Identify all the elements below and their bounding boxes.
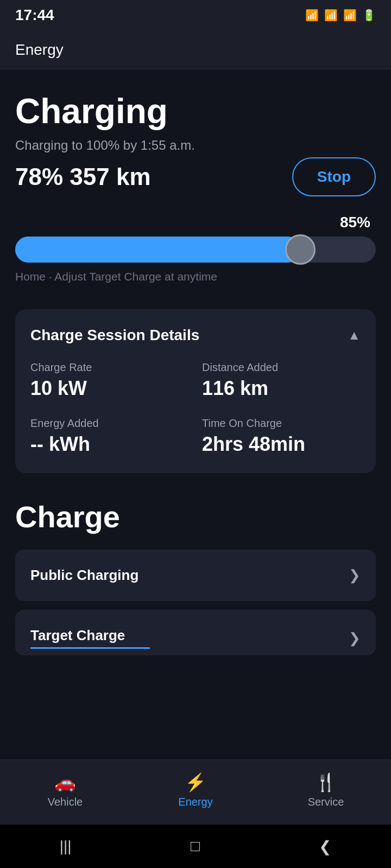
nav-item-vehicle[interactable]: 🚗 Vehicle bbox=[0, 772, 130, 808]
wifi-icon: 📶 bbox=[324, 9, 338, 22]
time-on-charge-label: Time On Charge bbox=[202, 417, 361, 430]
slider-hint: Home · Adjust Target Charge at anytime bbox=[15, 270, 376, 283]
charge-session-card: Charge Session Details ▲ Charge Rate 10 … bbox=[15, 309, 376, 473]
target-charge-chevron: ❯ bbox=[349, 630, 361, 647]
nav-label-service: Service bbox=[308, 796, 344, 808]
main-content: Charging Charging to 100% by 1:55 a.m. 7… bbox=[0, 69, 391, 760]
distance-added-label: Distance Added bbox=[202, 361, 361, 374]
charging-title: Charging bbox=[15, 91, 376, 131]
back-button[interactable]: ❮ bbox=[319, 838, 331, 856]
energy-added-label: Energy Added bbox=[30, 417, 189, 430]
slider-label: 85% bbox=[15, 214, 376, 231]
card-item-charge-rate: Charge Rate 10 kW bbox=[30, 361, 189, 400]
nav-item-energy[interactable]: ⚡ Energy bbox=[130, 772, 261, 808]
public-charging-chevron: ❯ bbox=[349, 567, 361, 584]
energy-added-value: -- kWh bbox=[30, 433, 189, 456]
bluetooth-icon: 📶 bbox=[305, 9, 319, 22]
nav-item-service[interactable]: 🍴 Service bbox=[261, 772, 391, 808]
slider-fill bbox=[15, 237, 300, 263]
target-charge-underline bbox=[30, 647, 150, 649]
public-charging-card[interactable]: Public Charging ❯ bbox=[15, 550, 376, 601]
battery-icon: 🔋 bbox=[362, 9, 376, 22]
status-time: 17:44 bbox=[15, 7, 54, 24]
status-icons: 📶 📶 📶 🔋 bbox=[305, 9, 376, 22]
status-bar: 17:44 📶 📶 📶 🔋 bbox=[0, 0, 391, 30]
app-bar-title: Energy bbox=[15, 41, 64, 59]
target-charge-item[interactable]: Target Charge ❯ bbox=[15, 610, 376, 655]
service-icon: 🍴 bbox=[315, 772, 337, 793]
recents-button[interactable]: ||| bbox=[60, 838, 72, 855]
card-item-energy-added: Energy Added -- kWh bbox=[30, 417, 189, 456]
stop-button[interactable]: Stop bbox=[292, 157, 376, 196]
system-nav: ||| □ ❮ bbox=[0, 825, 391, 868]
energy-icon: ⚡ bbox=[185, 772, 206, 793]
slider-section: 85% Home · Adjust Target Charge at anyti… bbox=[15, 214, 376, 283]
card-item-distance-added: Distance Added 116 km bbox=[202, 361, 361, 400]
card-title: Charge Session Details bbox=[30, 327, 199, 344]
public-charging-item[interactable]: Public Charging ❯ bbox=[15, 550, 376, 601]
bottom-nav: 🚗 Vehicle ⚡ Energy 🍴 Service bbox=[0, 760, 391, 825]
card-item-time-on-charge: Time On Charge 2hrs 48min bbox=[202, 417, 361, 456]
target-charge-label: Target Charge bbox=[30, 627, 125, 643]
chevron-up-icon: ▲ bbox=[348, 328, 361, 343]
charge-rate-value: 10 kW bbox=[30, 377, 189, 400]
charging-stats-row: 78% 357 km Stop bbox=[15, 157, 376, 196]
signal-icon: 📶 bbox=[343, 9, 357, 22]
charging-subtitle: Charging to 100% by 1:55 a.m. bbox=[15, 138, 376, 153]
slider-thumb[interactable] bbox=[285, 234, 316, 265]
distance-added-value: 116 km bbox=[202, 377, 361, 400]
slider-track[interactable] bbox=[15, 237, 376, 263]
target-charge-card[interactable]: Target Charge ❯ bbox=[15, 610, 376, 655]
card-grid: Charge Rate 10 kW Distance Added 116 km … bbox=[30, 361, 361, 456]
nav-label-energy: Energy bbox=[178, 796, 212, 808]
charging-stats: 78% 357 km bbox=[15, 163, 151, 190]
time-on-charge-value: 2hrs 48min bbox=[202, 433, 361, 456]
home-button[interactable]: □ bbox=[191, 838, 200, 855]
public-charging-label: Public Charging bbox=[30, 567, 138, 584]
card-header[interactable]: Charge Session Details ▲ bbox=[30, 327, 361, 344]
target-charge-label-wrap: Target Charge bbox=[30, 627, 150, 649]
app-bar: Energy bbox=[0, 30, 391, 69]
nav-label-vehicle: Vehicle bbox=[48, 796, 83, 808]
vehicle-icon: 🚗 bbox=[54, 772, 76, 793]
charge-rate-label: Charge Rate bbox=[30, 361, 189, 374]
charge-section-title: Charge bbox=[15, 499, 376, 534]
